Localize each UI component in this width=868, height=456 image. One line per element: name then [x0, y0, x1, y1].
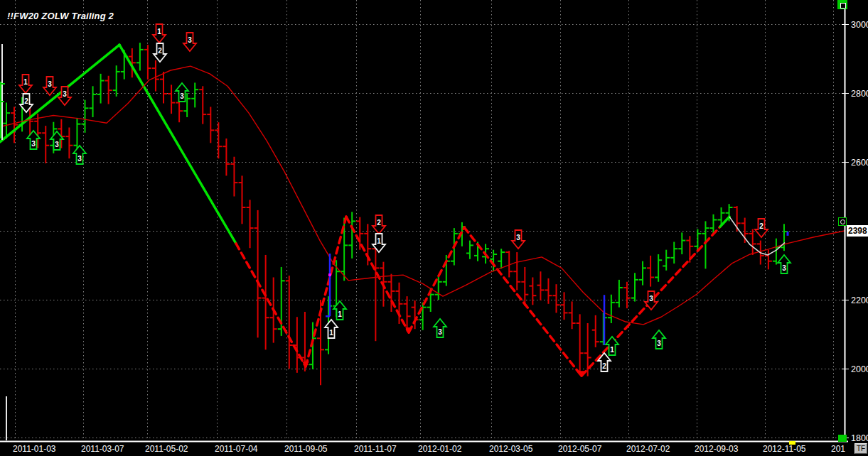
x-axis-yellow-marker	[789, 441, 795, 445]
signal-arrow-number: 1	[23, 78, 28, 86]
x-axis-label: 2011-03-07	[81, 444, 124, 454]
x-axis-label: 2011-11-07	[354, 444, 397, 454]
signal-arrow-number: 2	[24, 97, 28, 105]
x-axis-label: 2012-05-07	[558, 444, 602, 454]
y-axis-label: 2600	[851, 158, 868, 168]
chart-title: !!FW20 ZOLW Trailing 2	[7, 11, 114, 21]
signal-arrow-number: 3	[31, 140, 36, 148]
scrollbar-top-handle-icon	[840, 3, 846, 9]
y-axis-label: 2200	[851, 295, 868, 305]
signal-arrow-number: 1	[377, 237, 381, 245]
signal-arrow-number: 3	[48, 80, 52, 88]
x-axis-label: 201	[831, 444, 845, 454]
signal-arrow-number: 2	[759, 222, 763, 230]
signal-arrow-number: 3	[77, 155, 82, 163]
entry-dot-icon	[328, 273, 331, 276]
signal-arrow-number: 3	[649, 295, 653, 303]
signal-arrow-number: 3	[188, 36, 192, 44]
signal-arrow-number: 1	[329, 329, 333, 337]
signal-arrow-number: 3	[438, 328, 442, 336]
signal-arrow-number: 3	[55, 141, 59, 148]
zigzag-trend-segment	[409, 227, 464, 332]
signal-arrow-number: 3	[782, 264, 786, 272]
zigzag-trend-segment	[236, 244, 306, 367]
signal-arrow-number: 3	[63, 90, 67, 98]
moving-average-line	[0, 66, 845, 325]
timeframe-button[interactable]: TF	[854, 443, 867, 454]
trailing-stop-line	[729, 217, 785, 255]
x-axis-label: 2012-03-05	[489, 444, 533, 454]
signal-arrow-number: 2	[377, 219, 381, 227]
price-handle-circle-icon	[840, 219, 845, 224]
signal-arrow-number: 1	[338, 310, 342, 318]
x-axis-label: 2011-09-05	[284, 444, 328, 454]
chart-window: 1233333123321113312332330002800260022002…	[0, 0, 868, 456]
x-axis-label: 2012-07-02	[626, 444, 670, 454]
signal-arrow-number: 2	[158, 47, 162, 55]
signal-arrow-number: 3	[657, 340, 661, 347]
signal-arrow-number: 2	[602, 362, 606, 370]
scrollbar-bottom-handle[interactable]	[838, 435, 847, 442]
last-price-tag: 2398	[847, 225, 868, 237]
scrollbar-top-handle[interactable]	[837, 0, 847, 9]
x-axis-label: 2012-01-02	[418, 444, 462, 454]
y-axis-label: 1800	[851, 433, 868, 443]
y-axis-label: 2800	[851, 89, 868, 99]
signal-arrow-number: 1	[157, 28, 161, 36]
price-slider-handle[interactable]	[838, 217, 847, 226]
signal-arrow-number: 3	[516, 234, 520, 241]
x-axis-label: 2011-07-04	[215, 444, 258, 454]
y-axis-label: 3000	[851, 20, 868, 30]
signal-arrow-number: 3	[180, 92, 184, 100]
zigzag-trend-segment	[306, 217, 346, 367]
price-chart[interactable]: 1233333123321113312332330002800260022002…	[0, 0, 868, 456]
y-axis-label: 2000	[851, 364, 868, 374]
x-axis-label: 2012-09-03	[695, 444, 739, 454]
signal-arrow-number: 1	[610, 346, 614, 354]
x-axis-label: 2011-05-02	[145, 444, 188, 454]
x-axis-label: 2011-01-03	[13, 444, 56, 454]
x-axis-label: 2012-11-05	[763, 444, 806, 454]
